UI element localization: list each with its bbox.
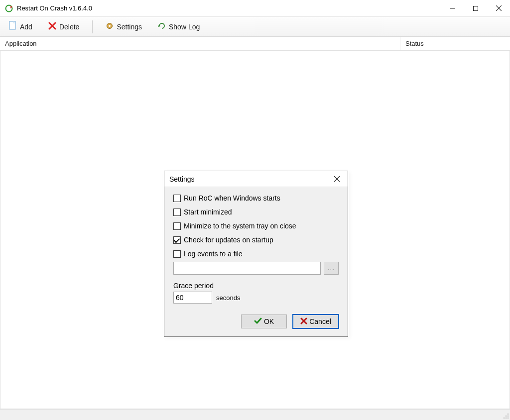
application-list[interactable]: Settings Run RoC when Windows starts Sta… <box>0 51 510 409</box>
dialog-body: Run RoC when Windows starts Start minimi… <box>164 187 348 336</box>
check-icon <box>254 317 262 326</box>
delete-button[interactable]: Delete <box>45 20 82 33</box>
column-header-status[interactable]: Status <box>400 37 510 50</box>
cancel-label: Cancel <box>309 317 331 325</box>
label-run-on-start: Run RoC when Windows starts <box>184 194 280 202</box>
svg-marker-12 <box>158 25 160 27</box>
gear-icon <box>106 22 114 31</box>
toolbar-separator <box>92 20 93 33</box>
cancel-icon <box>300 317 307 326</box>
delete-icon <box>48 22 56 31</box>
label-start-minimized: Start minimized <box>184 208 232 216</box>
label-minimize-tray: Minimize to the system tray on close <box>184 222 296 230</box>
resize-grip-icon[interactable] <box>502 412 509 419</box>
svg-rect-3 <box>474 6 478 10</box>
label-check-updates: Check for updates on startup <box>184 236 273 244</box>
option-row-minimize-tray: Minimize to the system tray on close <box>173 222 339 230</box>
svg-point-21 <box>506 418 507 419</box>
grace-label: Grace period <box>173 282 339 290</box>
browse-button[interactable]: ... <box>324 262 339 275</box>
svg-point-22 <box>508 418 509 419</box>
show-log-label: Show Log <box>169 23 200 31</box>
settings-dialog: Settings Run RoC when Windows starts Sta… <box>164 171 348 337</box>
settings-button[interactable]: Settings <box>103 20 145 33</box>
dialog-close-button[interactable] <box>330 172 344 186</box>
show-log-button[interactable]: Show Log <box>155 20 203 33</box>
dialog-titlebar: Settings <box>164 171 348 187</box>
ok-label: OK <box>264 317 274 325</box>
grace-input[interactable] <box>173 292 212 304</box>
refresh-icon <box>158 22 166 31</box>
list-header: Application Status <box>0 37 510 51</box>
checkbox-start-minimized[interactable] <box>173 209 181 216</box>
option-row-start-minimized: Start minimized <box>173 208 339 216</box>
toolbar: Add Delete Settings Show Log <box>0 17 510 37</box>
ok-button[interactable]: OK <box>241 315 287 328</box>
svg-point-18 <box>506 416 507 417</box>
svg-point-20 <box>504 418 505 419</box>
statusbar <box>0 409 510 420</box>
close-button[interactable] <box>487 0 510 17</box>
svg-point-17 <box>508 414 509 415</box>
svg-point-19 <box>508 416 509 417</box>
app-icon <box>5 4 13 12</box>
option-row-log-file: Log events to a file <box>173 250 339 258</box>
dialog-title: Settings <box>169 175 195 183</box>
option-row-run-on-start: Run RoC when Windows starts <box>173 194 339 202</box>
checkbox-log-file[interactable] <box>173 250 181 258</box>
log-path-row: ... <box>173 262 339 275</box>
add-button[interactable]: Add <box>6 19 35 34</box>
titlebar: Restart On Crash v1.6.4.0 <box>0 0 510 17</box>
add-icon <box>9 21 17 32</box>
window-title: Restart On Crash v1.6.4.0 <box>17 4 92 12</box>
dialog-button-row: OK Cancel <box>173 315 339 328</box>
label-log-file: Log events to a file <box>184 250 243 258</box>
cancel-button[interactable]: Cancel <box>293 315 339 328</box>
minimize-button[interactable] <box>441 0 464 17</box>
delete-label: Delete <box>59 23 79 31</box>
grace-row: seconds <box>173 292 339 304</box>
log-path-input[interactable] <box>173 262 321 275</box>
maximize-button[interactable] <box>464 0 487 17</box>
settings-label: Settings <box>117 23 142 31</box>
column-header-application[interactable]: Application <box>0 37 400 50</box>
checkbox-check-updates[interactable] <box>173 236 181 244</box>
checkbox-minimize-tray[interactable] <box>173 222 181 230</box>
option-row-check-updates: Check for updates on startup <box>173 236 339 244</box>
svg-point-11 <box>109 25 111 27</box>
grace-unit: seconds <box>216 294 240 302</box>
add-label: Add <box>20 23 32 31</box>
checkbox-run-on-start[interactable] <box>173 195 181 202</box>
